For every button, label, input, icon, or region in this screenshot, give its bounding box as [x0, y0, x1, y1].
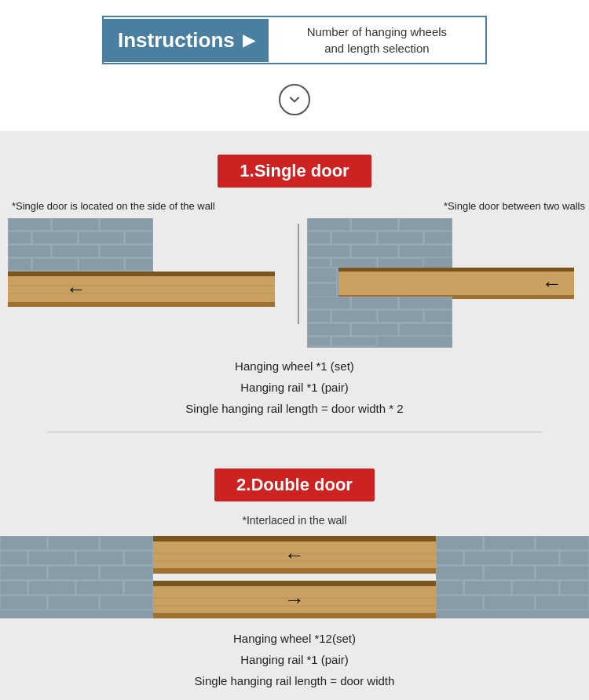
- instructions-label: Instructions ▶: [104, 19, 269, 62]
- double-door-info: Hanging wheel *12(set) Hanging rail *1 (…: [0, 618, 589, 695]
- double-door-section: 2.Double door *Interlaced in the wall: [0, 461, 589, 700]
- dd-track-top: ←: [153, 536, 436, 574]
- dd-info-1: Hanging wheel *12(set): [0, 628, 589, 649]
- subtitle-line1: Number of hanging wheels: [284, 24, 470, 40]
- single-door-section: 1.Single door *Single door is located on…: [0, 147, 589, 461]
- double-door-diagram: ← →: [0, 536, 589, 618]
- svg-rect-72: [153, 536, 436, 541]
- instructions-text: Instructions: [118, 28, 235, 53]
- single-info-2: Hanging rail *1 (pair): [0, 377, 589, 398]
- instructions-banner: Instructions ▶ Number of hanging wheels …: [102, 16, 487, 64]
- single-door-info: Hanging wheel *1 (set) Hanging rail *1 (…: [0, 348, 589, 419]
- single-info-1: Hanging wheel *1 (set): [0, 355, 589, 377]
- single-door-diagrams: *Single door is located on the side of t…: [0, 200, 589, 348]
- subtitle-line2: and length selection: [284, 40, 470, 57]
- interlaced-note: *Interlaced in the wall: [0, 514, 589, 527]
- double-door-title: 2.Double door: [214, 468, 375, 501]
- section-divider: [47, 432, 542, 432]
- svg-rect-78: [153, 613, 436, 618]
- left-track: ← ←: [8, 272, 275, 307]
- single-left-label: *Single door is located on the side of t…: [8, 200, 298, 212]
- single-right-label: *Single door between two walls: [299, 200, 589, 212]
- svg-rect-0: [8, 218, 153, 273]
- arrow-left-icon: ←: [8, 279, 42, 301]
- main-content: 1.Single door *Single door is located on…: [0, 131, 589, 700]
- right-bottom-wall: [307, 297, 452, 348]
- play-icon: ▶: [243, 31, 254, 49]
- svg-rect-73: [153, 568, 436, 574]
- double-door-header: 2.Double door: [0, 468, 589, 501]
- right-top-wall: [307, 218, 452, 269]
- diagram-single-right: *Single door between two walls: [299, 200, 589, 348]
- svg-rect-81: [436, 536, 589, 618]
- dd-right-wall: [436, 536, 589, 618]
- svg-rect-77: [153, 581, 436, 586]
- svg-rect-38: [338, 268, 574, 272]
- left-wall-block: [8, 218, 153, 273]
- header-section: Instructions ▶ Number of hanging wheels …: [0, 0, 589, 72]
- svg-rect-37: [338, 268, 574, 299]
- chevron-container: [0, 72, 589, 131]
- dd-track-bottom: →: [153, 581, 436, 618]
- chevron-down-button[interactable]: [279, 84, 310, 115]
- svg-rect-53: [0, 536, 153, 618]
- subtitle-text: Number of hanging wheels and length sele…: [269, 17, 485, 63]
- dd-info-3: Single hanging rail length = door width: [0, 670, 589, 691]
- single-info-3: Single hanging rail length = door width …: [0, 398, 589, 419]
- dd-left-wall: [0, 536, 153, 618]
- single-door-header: 1.Single door: [0, 155, 589, 188]
- diagram-single-left: *Single door is located on the side of t…: [0, 200, 298, 348]
- dd-info-2: Hanging rail *1 (pair): [0, 649, 589, 670]
- single-door-title: 1.Single door: [218, 155, 371, 188]
